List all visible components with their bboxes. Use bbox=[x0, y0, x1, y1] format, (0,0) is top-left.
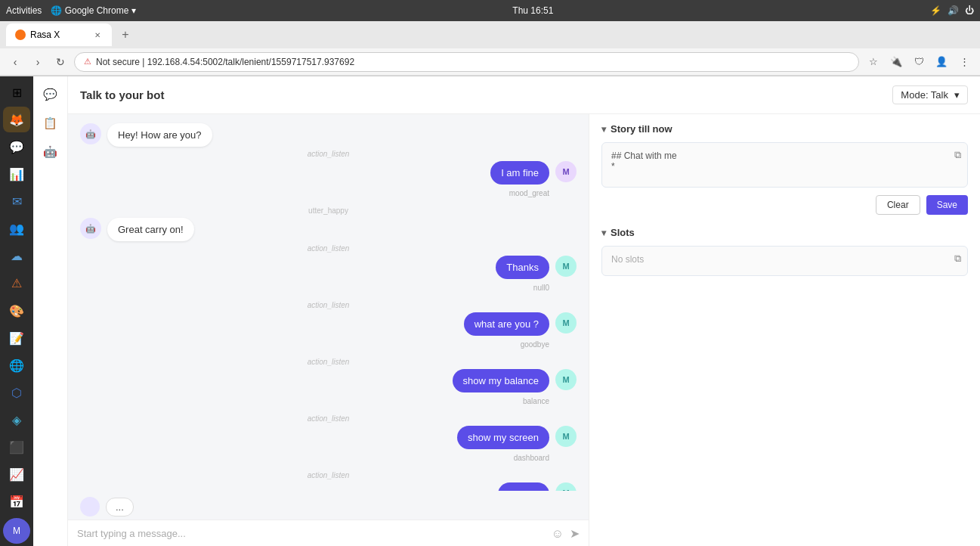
story-section-title: Story till now bbox=[611, 123, 672, 135]
action-label: action_listen bbox=[80, 301, 577, 309]
save-button[interactable]: Save bbox=[926, 195, 968, 215]
tab-favicon bbox=[15, 29, 26, 40]
activities-label[interactable]: Activities bbox=[6, 5, 42, 16]
no-slots-text: No slots bbox=[611, 254, 644, 265]
os-sidebar-cloud-icon[interactable]: ☁ bbox=[3, 244, 30, 269]
back-button[interactable]: ‹ bbox=[6, 53, 24, 71]
chat-input-area: ☺ ➤ bbox=[68, 520, 589, 546]
os-sidebar-grid-icon[interactable]: ⊞ bbox=[3, 79, 30, 105]
os-sidebar-chat-icon[interactable]: 💬 bbox=[3, 134, 30, 160]
user-bubble: /restart bbox=[498, 482, 549, 491]
mode-label: Mode: Talk bbox=[901, 89, 948, 101]
menu-button[interactable]: ⋮ bbox=[954, 52, 974, 72]
dots-avatar bbox=[80, 497, 100, 517]
user-msg-block: /restart M restart bbox=[80, 482, 577, 491]
copy-slots-icon[interactable]: ⧉ bbox=[954, 253, 961, 265]
browser-chrome: Rasa X ✕ + ‹ › ↻ ⚠ Not secure | 192.168.… bbox=[0, 21, 980, 76]
story-actions: Clear Save bbox=[601, 195, 968, 215]
bot-avatar: 🤖 bbox=[80, 123, 101, 144]
os-sidebar-mail-icon[interactable]: ✉ bbox=[3, 189, 30, 215]
message-row: 🤖 Great carry on! bbox=[80, 218, 577, 241]
forward-button[interactable]: › bbox=[29, 53, 47, 71]
browser-actions: ☆ 🔌 🛡 👤 ⋮ bbox=[864, 52, 974, 72]
action-label: action_listen bbox=[80, 358, 577, 366]
user-bubble: show my balance bbox=[453, 369, 549, 392]
utter-label: utter_happy bbox=[80, 206, 577, 215]
rasa-nav-stories[interactable]: 📋 bbox=[39, 111, 63, 135]
os-power-icon: ⏻ bbox=[965, 5, 974, 16]
action-label: action_listen bbox=[80, 471, 577, 479]
address-bar: ‹ › ↻ ⚠ Not secure | 192.168.4.54:5002/t… bbox=[0, 48, 980, 76]
message-row: Thanks M bbox=[496, 256, 577, 279]
action-label: action_listen bbox=[80, 414, 577, 423]
profile-button[interactable]: 👤 bbox=[932, 52, 951, 72]
dots-row: ... bbox=[68, 491, 589, 520]
os-sidebar-rasa-icon[interactable]: ◈ bbox=[3, 408, 30, 433]
os-sidebar-paint-icon[interactable]: 🎨 bbox=[3, 298, 30, 324]
os-sidebar-terminal-icon[interactable]: ⬛ bbox=[3, 435, 30, 461]
story-section-header[interactable]: ▾ Story till now bbox=[601, 123, 968, 135]
os-sidebar-monitor-icon[interactable]: 📈 bbox=[3, 462, 30, 488]
os-sidebar-sheets-icon[interactable]: 📊 bbox=[3, 161, 30, 187]
os-sidebar-firefox-icon[interactable]: 🦊 bbox=[3, 107, 30, 132]
os-sidebar-notes-icon[interactable]: 📝 bbox=[3, 325, 30, 351]
tab-bar: Rasa X ✕ + bbox=[0, 21, 980, 48]
slots-section-header[interactable]: ▾ Slots bbox=[601, 227, 968, 238]
google-chrome-label: 🌐 Google Chrome ▾ bbox=[51, 5, 135, 16]
copy-story-icon[interactable]: ⧉ bbox=[954, 149, 961, 161]
user-msg-block: show my screen M dashboard bbox=[80, 426, 577, 468]
talk-header: Talk to your bot Mode: Talk ▾ bbox=[68, 76, 980, 114]
intent-label: dashboard bbox=[514, 454, 577, 462]
url-bar[interactable]: ⚠ Not secure | 192.168.4.54:5002/talk/le… bbox=[74, 52, 859, 72]
new-tab-button[interactable]: + bbox=[115, 24, 136, 45]
tab-title: Rasa X bbox=[30, 29, 60, 40]
os-sidebar-contacts-icon[interactable]: 👥 bbox=[3, 216, 30, 242]
os-sidebar-vscode-icon[interactable]: ⬡ bbox=[3, 380, 30, 405]
chat-input[interactable] bbox=[77, 528, 546, 539]
user-msg-block: I am fine M mood_great bbox=[80, 161, 577, 203]
send-icon[interactable]: ➤ bbox=[570, 526, 580, 541]
os-sidebar-warning-icon[interactable]: ⚠ bbox=[3, 271, 30, 296]
chat-messages[interactable]: 🤖 Hey! How are you? action_listen I am f… bbox=[68, 114, 589, 491]
user-bubble: show my screen bbox=[457, 426, 549, 449]
os-sidebar-calendar-icon[interactable]: 📅 bbox=[3, 489, 30, 515]
rasa-nav-talk[interactable]: 💬 bbox=[39, 82, 63, 107]
tab-rasa-x[interactable]: Rasa X ✕ bbox=[6, 23, 112, 46]
bot-bubble: Great carry on! bbox=[107, 218, 194, 241]
clear-button[interactable]: Clear bbox=[876, 195, 920, 215]
intent-label: goodbye bbox=[521, 340, 577, 349]
bot-avatar: 🤖 bbox=[80, 218, 101, 239]
dots-button[interactable]: ... bbox=[106, 498, 134, 517]
rasa-app: 💬 📋 🤖 Talk to your bot Mode: Talk ▾ bbox=[33, 76, 980, 546]
user-msg-block: what are you ? M goodbye bbox=[80, 312, 577, 355]
user-avatar: M bbox=[555, 482, 577, 491]
user-avatar: M bbox=[555, 161, 577, 182]
mode-selector[interactable]: Mode: Talk ▾ bbox=[892, 85, 968, 104]
os-sidebar-chrome-icon[interactable]: 🌐 bbox=[3, 352, 30, 378]
rasa-nav-models[interactable]: 🤖 bbox=[39, 140, 63, 164]
os-user-avatar[interactable]: M bbox=[3, 518, 30, 544]
story-chevron-icon: ▾ bbox=[601, 124, 606, 135]
user-bubble: what are you ? bbox=[464, 312, 549, 336]
os-bar-right: ⚡ 🔊 ⏻ bbox=[930, 5, 974, 16]
story-editor: ## Chat with me* ⧉ bbox=[601, 142, 968, 188]
talk-title: Talk to your bot bbox=[80, 88, 164, 101]
extension2-button[interactable]: 🛡 bbox=[909, 52, 929, 72]
mode-chevron-icon: ▾ bbox=[954, 89, 960, 101]
intent-label: mood_great bbox=[509, 189, 577, 197]
slots-section: ▾ Slots No slots ⧉ bbox=[601, 227, 968, 276]
tab-close-button[interactable]: ✕ bbox=[92, 29, 103, 40]
reload-button[interactable]: ↻ bbox=[51, 53, 70, 71]
os-volume-icon: 🔊 bbox=[948, 5, 959, 16]
bookmark-button[interactable]: ☆ bbox=[864, 52, 883, 72]
story-content: ## Chat with me* bbox=[611, 150, 677, 172]
message-row: show my balance M bbox=[453, 369, 577, 392]
rasa-sidebar: 💬 📋 🤖 bbox=[33, 76, 68, 546]
emoji-icon[interactable]: ☺ bbox=[552, 527, 564, 541]
message-row: show my screen M bbox=[457, 426, 577, 449]
user-avatar: M bbox=[555, 256, 577, 277]
slots-box: No slots ⧉ bbox=[601, 246, 968, 276]
message-row: what are you ? M bbox=[464, 312, 577, 336]
extension-button[interactable]: 🔌 bbox=[886, 52, 906, 72]
app-container: ⊞ 🦊 💬 📊 ✉ 👥 ☁ ⚠ 🎨 📝 🌐 ⬡ ◈ ⬛ 📈 📅 M 💬 📋 🤖 … bbox=[0, 76, 980, 546]
